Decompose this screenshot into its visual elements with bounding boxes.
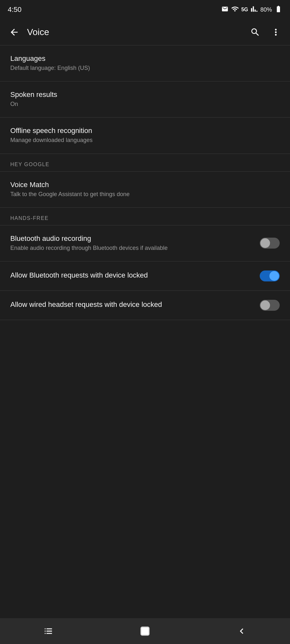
battery-percentage: 80% bbox=[260, 6, 272, 13]
email-icon bbox=[221, 5, 228, 14]
status-icons: 5G 80% bbox=[221, 5, 282, 14]
page-title: Voice bbox=[27, 27, 242, 37]
bluetooth-requests-item[interactable]: Allow Bluetooth requests with device loc… bbox=[0, 261, 290, 290]
signal-icon bbox=[251, 5, 258, 14]
more-options-button[interactable] bbox=[268, 24, 284, 40]
home-button[interactable] bbox=[132, 621, 158, 641]
bluetooth-audio-toggle-knob bbox=[260, 238, 270, 248]
hands-free-section-header: HANDS-FREE bbox=[0, 208, 290, 225]
bluetooth-audio-item[interactable]: Bluetooth audio recording Enable audio r… bbox=[0, 225, 290, 261]
bluetooth-audio-content: Bluetooth audio recording Enable audio r… bbox=[10, 234, 260, 252]
offline-speech-content: Offline speech recognition Manage downlo… bbox=[10, 127, 280, 144]
bluetooth-audio-subtitle: Enable audio recording through Bluetooth… bbox=[10, 244, 255, 252]
search-button[interactable] bbox=[247, 24, 263, 40]
wired-headset-title: Allow wired headset requests with device… bbox=[10, 300, 255, 309]
back-button[interactable] bbox=[6, 24, 22, 40]
bluetooth-requests-content: Allow Bluetooth requests with device loc… bbox=[10, 271, 260, 281]
svg-rect-0 bbox=[141, 627, 149, 635]
voice-match-subtitle: Talk to the Google Assistant to get thin… bbox=[10, 190, 275, 198]
bluetooth-audio-toggle[interactable] bbox=[260, 238, 280, 249]
voice-match-item[interactable]: Voice Match Talk to the Google Assistant… bbox=[0, 172, 290, 207]
spoken-results-title: Spoken results bbox=[10, 90, 275, 99]
wired-headset-toggle[interactable] bbox=[260, 300, 280, 311]
app-bar: Voice bbox=[0, 19, 290, 45]
voice-match-title: Voice Match bbox=[10, 181, 275, 189]
recent-apps-button[interactable] bbox=[35, 621, 61, 641]
voice-match-content: Voice Match Talk to the Google Assistant… bbox=[10, 181, 280, 198]
languages-title: Languages bbox=[10, 54, 275, 63]
wired-headset-content: Allow wired headset requests with device… bbox=[10, 300, 260, 310]
battery-icon bbox=[275, 5, 282, 14]
hey-google-section-header: HEY GOOGLE bbox=[0, 154, 290, 171]
offline-speech-item[interactable]: Offline speech recognition Manage downlo… bbox=[0, 118, 290, 153]
languages-content: Languages Default language: English (US) bbox=[10, 54, 280, 72]
back-nav-button[interactable] bbox=[229, 621, 255, 641]
bluetooth-requests-title: Allow Bluetooth requests with device loc… bbox=[10, 271, 255, 279]
hands-free-header-title: HANDS-FREE bbox=[10, 215, 280, 221]
divider-9 bbox=[0, 320, 290, 320]
status-time: 4:50 bbox=[8, 5, 22, 14]
offline-speech-title: Offline speech recognition bbox=[10, 127, 275, 135]
wifi-icon bbox=[231, 5, 239, 14]
bottom-nav bbox=[0, 618, 290, 644]
bluetooth-requests-toggle[interactable] bbox=[260, 270, 280, 281]
languages-item[interactable]: Languages Default language: English (US) bbox=[0, 45, 290, 81]
bluetooth-requests-toggle-knob bbox=[269, 271, 279, 281]
spoken-results-subtitle: On bbox=[10, 100, 275, 108]
hey-google-header-title: HEY GOOGLE bbox=[10, 162, 280, 167]
wired-headset-item[interactable]: Allow wired headset requests with device… bbox=[0, 291, 290, 320]
offline-speech-subtitle: Manage downloaded languages bbox=[10, 136, 275, 144]
status-bar: 4:50 5G 80% bbox=[0, 0, 290, 19]
languages-subtitle: Default language: English (US) bbox=[10, 64, 275, 72]
spoken-results-item[interactable]: Spoken results On bbox=[0, 81, 290, 117]
bluetooth-audio-title: Bluetooth audio recording bbox=[10, 234, 255, 243]
5g-icon: 5G bbox=[241, 7, 248, 13]
spoken-results-content: Spoken results On bbox=[10, 90, 280, 108]
wired-headset-toggle-knob bbox=[260, 300, 270, 310]
